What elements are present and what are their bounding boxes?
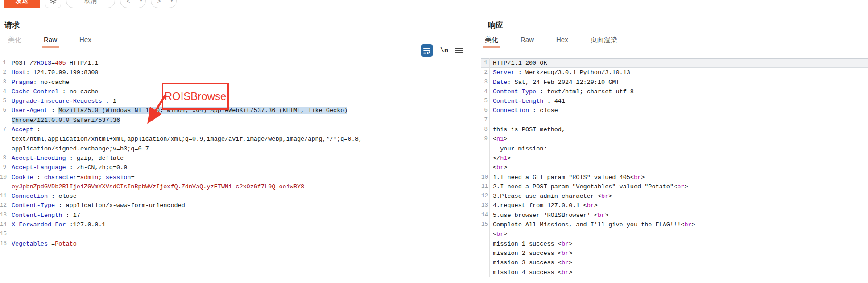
line-number: 1 <box>481 58 490 68</box>
code-line[interactable]: eyJpbnZpdGVDb2RlIjoiZGVmYXVsdCIsInRpbWVz… <box>0 182 475 191</box>
code-text: Content-Type : application/x-www-form-ur… <box>8 201 185 210</box>
code-line[interactable]: 7Accept : <box>0 125 475 134</box>
newline-icon[interactable]: \n <box>440 47 448 54</box>
tab-beautify[interactable]: 美化 <box>6 36 23 48</box>
code-text: Chrome/121.0.0.0 Safari/537.36 <box>8 116 120 125</box>
code-line[interactable]: <br> <box>481 229 868 239</box>
line-number: 12 <box>481 191 490 201</box>
code-text <box>8 229 12 239</box>
code-text: X-Forwarded-For :127.0.0.1 <box>8 220 106 229</box>
line-number: 7 <box>0 125 8 134</box>
code-line[interactable]: 3Date: Sat, 24 Feb 2024 12:29:10 GMT <box>481 78 868 87</box>
code-line[interactable]: 16Vegetables =Potato <box>0 239 475 249</box>
code-line[interactable]: 8this is POST method, <box>481 125 868 134</box>
toolbar-buttons: 发送 取消 < ▾ > ▾ <box>4 0 177 8</box>
request-tabs: 美化RawHex <box>0 36 475 48</box>
code-line[interactable]: </h1> <box>481 154 868 163</box>
code-text: Complete All Missions, and I'll give you… <box>490 220 695 229</box>
menu-icon[interactable] <box>455 48 463 53</box>
code-line[interactable]: 1HTTP/1.1 200 OK <box>481 58 868 68</box>
send-button[interactable]: 发送 <box>4 0 40 8</box>
code-line[interactable]: application/signed-exchange;v=b3;q=0.7 <box>0 144 475 154</box>
code-text: Content-Type : text/html; charset=utf-8 <box>490 87 634 96</box>
code-text: 1.I need a GET param "ROIS" valued 405<b… <box>490 173 645 182</box>
chevron-down-icon[interactable]: ▾ <box>167 0 176 8</box>
line-number: 5 <box>481 96 490 106</box>
code-line[interactable]: mission 3 success <br> <box>481 258 868 267</box>
code-line[interactable]: 14X-Forwarded-For :127.0.0.1 <box>0 220 475 229</box>
code-line[interactable]: 145.use browser 'ROISBrowser' <br> <box>481 211 868 220</box>
code-text: Accept-Language : zh-CN,zh;q=0.9 <box>8 163 127 172</box>
response-panel-title: 响应 <box>488 20 868 30</box>
code-line[interactable]: Chrome/121.0.0.0 Safari/537.36 <box>0 116 475 125</box>
code-line[interactable]: <br> <box>481 163 868 172</box>
tab-hex[interactable]: Hex <box>78 36 93 48</box>
code-line[interactable]: 6Connection : close <box>481 106 868 115</box>
tab-render[interactable]: 页面渲染 <box>589 36 619 48</box>
code-line[interactable]: 134.request from 127.0.0.1 <br> <box>481 201 868 210</box>
line-number: 3 <box>481 78 490 87</box>
forward-arrow-icon[interactable]: > <box>151 0 167 8</box>
cancel-button[interactable]: 取消 <box>66 0 115 8</box>
code-line[interactable]: 123.Please use admin character <br> <box>481 191 868 201</box>
line-number: 2 <box>481 68 490 77</box>
line-number: 11 <box>0 191 8 201</box>
code-line[interactable]: 112.I need a POST param "Vegetables" val… <box>481 182 868 191</box>
code-text: 5.use browser 'ROISBrowser' <br> <box>490 211 608 220</box>
code-line[interactable]: 3Pragma: no-cache <box>0 78 475 87</box>
tab-hex[interactable]: Hex <box>554 36 570 48</box>
code-line[interactable]: 9Accept-Language : zh-CN,zh;q=0.9 <box>0 163 475 172</box>
history-forward-split-button[interactable]: > ▾ <box>151 0 177 8</box>
code-line[interactable]: 1POST /?ROIS=405 HTTP/1.1 <box>0 58 475 68</box>
code-line[interactable]: 15Complete All Missions, and I'll give y… <box>481 220 868 229</box>
code-line[interactable]: 12Content-Type : application/x-www-form-… <box>0 201 475 210</box>
code-line[interactable]: 9<h1> <box>481 134 868 144</box>
line-number: 15 <box>481 220 490 229</box>
code-line[interactable]: mission 2 success <br> <box>481 249 868 258</box>
code-line[interactable]: 4Cache-Control : no-cache <box>0 87 475 96</box>
line-number <box>0 144 8 154</box>
code-text: Date: Sat, 24 Feb 2024 12:29:10 GMT <box>490 78 620 87</box>
code-line[interactable]: 2Host: 124.70.99.199:8300 <box>0 68 475 77</box>
tab-beautify[interactable]: 美化 <box>483 36 500 48</box>
line-number: 6 <box>481 106 490 115</box>
code-line[interactable]: 11Connection : close <box>0 191 475 201</box>
line-number: 2 <box>0 68 8 77</box>
chevron-down-icon[interactable]: ▾ <box>136 0 145 8</box>
code-line[interactable]: mission 4 success <br> <box>481 268 868 277</box>
code-line[interactable]: mission 1 success <br> <box>481 239 868 249</box>
code-line[interactable]: 4Content-Type : text/html; charset=utf-8 <box>481 87 868 96</box>
code-line[interactable]: 5Content-Length : 441 <box>481 96 868 106</box>
code-line[interactable]: 2Server : Werkzeug/3.0.1 Python/3.10.13 <box>481 68 868 77</box>
code-text: Server : Werkzeug/3.0.1 Python/3.10.13 <box>490 68 630 77</box>
code-text: HTTP/1.1 200 OK <box>490 58 547 68</box>
code-line[interactable]: 6User-Agent : Mozilla/5.0 (Windows NT 10… <box>0 106 475 115</box>
line-number <box>0 116 8 125</box>
tab-raw[interactable]: Raw <box>42 36 59 48</box>
back-arrow-icon[interactable]: < <box>120 0 136 8</box>
settings-button[interactable] <box>45 0 61 8</box>
line-number: 4 <box>0 87 8 96</box>
code-line[interactable]: text/html,application/xhtml+xml,applicat… <box>0 134 475 144</box>
code-text: Accept : <box>8 125 41 134</box>
code-line[interactable]: 101.I need a GET param "ROIS" valued 405… <box>481 173 868 182</box>
code-line[interactable]: your mission: <box>481 144 868 154</box>
request-editor[interactable]: 1POST /?ROIS=405 HTTP/1.12Host: 124.70.9… <box>0 58 475 249</box>
tab-raw[interactable]: Raw <box>519 36 536 48</box>
code-line[interactable]: 7 <box>481 116 868 125</box>
code-line[interactable]: 10Cookie : character=admin; session= <box>0 173 475 182</box>
word-wrap-icon[interactable] <box>421 44 433 57</box>
code-line[interactable]: 15 <box>0 229 475 239</box>
code-line[interactable]: 5Upgrade-Insecure-Requests : 1 <box>0 96 475 106</box>
history-back-split-button[interactable]: < ▾ <box>120 0 146 8</box>
request-editor-toolbar: \n <box>421 44 463 57</box>
code-line[interactable]: 13Content-Length : 17 <box>0 211 475 220</box>
line-number <box>481 229 490 239</box>
code-text: Upgrade-Insecure-Requests : 1 <box>8 96 116 106</box>
response-editor[interactable]: 1HTTP/1.1 200 OK2Server : Werkzeug/3.0.1… <box>481 58 868 277</box>
line-number <box>481 144 490 154</box>
toolbar: 发送 取消 < ▾ > ▾ <box>0 0 868 10</box>
code-text: Cache-Control : no-cache <box>8 87 98 96</box>
code-line[interactable]: 8Accept-Encoding : gzip, deflate <box>0 154 475 163</box>
line-number: 10 <box>481 173 490 182</box>
